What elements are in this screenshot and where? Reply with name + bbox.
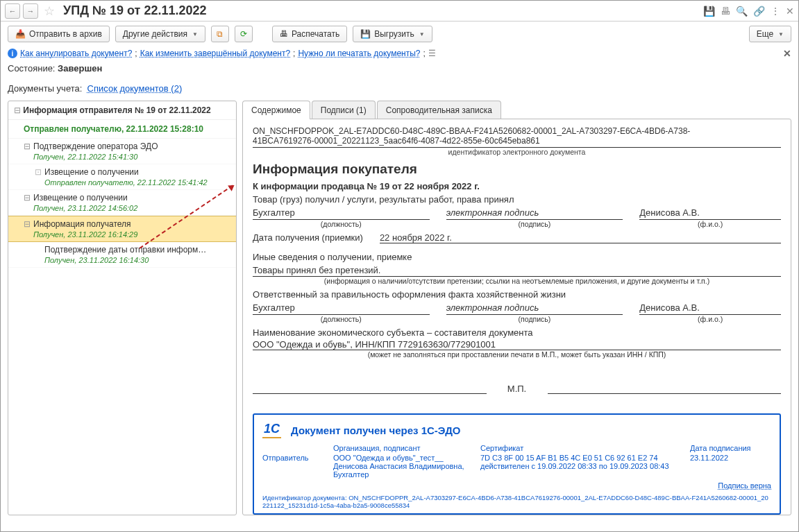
tab-note[interactable]: Сопроводительная записка — [377, 101, 501, 119]
help-list-icon[interactable]: ☰ — [428, 49, 436, 58]
mp-stamp: М.П. — [503, 384, 531, 394]
signature-valid-link[interactable]: Подпись верна — [262, 481, 771, 490]
docs-list-link[interactable]: Список документов (2) — [87, 83, 183, 94]
date-received-label: Дата получения (приемки) — [253, 232, 363, 243]
date-received-value: 22 ноября 2022 г. — [380, 232, 781, 243]
printer-icon: 🖶 — [280, 29, 288, 39]
chevron-down-icon: ▼ — [192, 31, 198, 37]
doc-id: ON_NSCHFDOPPOK_2AL-E7ADDC60-D48C-489C-BB… — [253, 126, 781, 146]
link-icon[interactable]: 🔗 — [753, 6, 765, 17]
more-button[interactable]: Еще ▼ — [749, 26, 791, 42]
tree-item[interactable]: Подтверждение оператора ЭДО Получен, 22.… — [8, 139, 236, 164]
print-icon[interactable]: 🖶 — [721, 6, 730, 17]
archive-icon: 📥 — [15, 29, 26, 39]
edo-doc-id: Идентификатор документа: ON_NSCHFDOPPR_2… — [262, 494, 771, 509]
info-icon: i — [8, 49, 17, 58]
close-window-icon[interactable]: ✕ — [786, 6, 794, 17]
edo-signature-box: 1C Документ получен через 1С-ЭДО Организ… — [253, 413, 781, 515]
other-info-label: Иные сведения о получении, приемке — [253, 252, 781, 262]
edo-title: Документ получен через 1С-ЭДО — [291, 424, 461, 436]
chevron-down-icon: ▼ — [778, 31, 784, 37]
favorite-star-icon[interactable]: ☆ — [44, 3, 55, 19]
print-button[interactable]: 🖶 Распечатать — [272, 26, 347, 42]
save-icon[interactable]: 💾 — [703, 6, 715, 17]
help-link-edit[interactable]: Как изменить завершённый документ? — [140, 49, 290, 58]
refresh-button[interactable]: ⟳ — [235, 26, 253, 42]
help-close-icon[interactable]: ✕ — [783, 48, 791, 59]
econ-subject-value: ООО "Одежда и обувь", ИНН/КПП 7729163630… — [253, 339, 781, 350]
tab-signatures[interactable]: Подписи (1) — [312, 101, 376, 119]
archive-button[interactable]: 📥 Отправить в архив — [8, 26, 110, 42]
receive-title: Товар (груз) получил / услуги, результат… — [253, 194, 781, 205]
window-title: УПД № 19 от 22.11.2022 — [63, 3, 700, 18]
tab-content[interactable]: Содержимое — [242, 101, 310, 119]
export-button[interactable]: 💾 Выгрузить ▼ — [353, 26, 432, 42]
other-info-value: Товары принял без претензий. — [253, 265, 781, 275]
tree-item-selected[interactable]: Информация получателя Получен, 23.11.202… — [8, 216, 236, 242]
seller-reference: К информации продавца № 19 от 22 ноября … — [253, 181, 781, 191]
export-icon: 💾 — [360, 29, 371, 39]
doc-id-caption: идентификатор электронного документа — [253, 147, 781, 156]
tree-item[interactable]: Извещение о получении Получен, 23.11.202… — [8, 190, 236, 216]
tree-root[interactable]: Информация отправителя № 19 от 22.11.202… — [8, 101, 236, 120]
tree-item[interactable]: Извещение о получении Отправлен получате… — [8, 164, 236, 190]
help-link-print[interactable]: Нужно ли печатать документы? — [298, 49, 420, 58]
buyer-heading: Информация покупателя — [253, 162, 781, 177]
nav-forward[interactable]: → — [23, 3, 38, 19]
document-content: ON_NSCHFDOPPOK_2AL-E7ADDC60-D48C-489C-BB… — [242, 119, 791, 515]
tree-root-status: Отправлен получателю, 22.11.2022 15:28:1… — [8, 120, 236, 139]
nav-back[interactable]: ← — [5, 3, 20, 19]
menu-dots-icon[interactable]: ⋮ — [771, 6, 780, 17]
responsible-title: Ответственный за правильность оформления… — [253, 289, 781, 300]
zoom-icon[interactable]: 🔍 — [736, 6, 748, 17]
other-actions-button[interactable]: Другие действия ▼ — [115, 26, 205, 42]
econ-subject-label: Наименование экономического субъекта – с… — [253, 327, 781, 338]
1c-logo: 1C — [262, 422, 281, 438]
state-label: Состояние: — [8, 63, 55, 74]
tree-item[interactable]: Подтверждение даты отправки информ… Полу… — [8, 242, 236, 268]
state-value: Завершен — [58, 63, 102, 74]
chevron-down-icon: ▼ — [419, 31, 425, 37]
docs-label: Документы учета: — [8, 83, 82, 94]
help-link-annul[interactable]: Как аннулировать документ? — [20, 49, 132, 58]
tree-icon-button[interactable]: ⧉ — [211, 26, 229, 42]
messages-tree: Информация отправителя № 19 от 22.11.202… — [8, 101, 237, 515]
